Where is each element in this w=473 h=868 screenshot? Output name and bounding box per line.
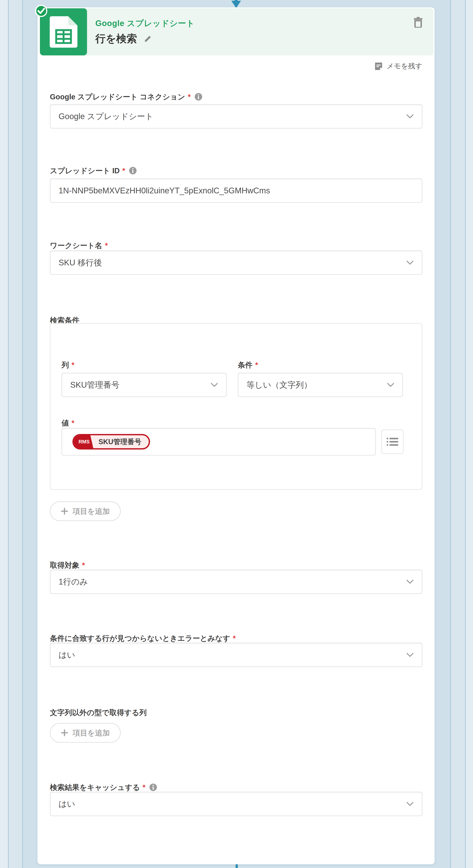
condition-column-value: SKU管理番号 <box>70 379 119 391</box>
variable-tag-label: SKU管理番号 <box>93 435 149 448</box>
error-if-not-found-label: 条件に合致する行が見つからないときエラーとみなす* <box>50 634 236 643</box>
worksheet-label: ワークシート名* <box>50 241 108 250</box>
required-mark: * <box>105 241 108 250</box>
info-icon[interactable] <box>195 93 203 101</box>
trash-icon <box>414 17 423 28</box>
memo-note-icon <box>374 62 383 70</box>
canvas-rail-left-mid <box>9 0 22 868</box>
condition-column-select[interactable]: SKU管理番号 <box>61 373 227 397</box>
variable-tag[interactable]: RMS SKU管理番号 <box>72 434 150 450</box>
add-non-string-column-label: 項目を追加 <box>72 728 110 738</box>
canvas-rail-left-border-2 <box>22 0 23 868</box>
step-card: Google スプレッドシート 行を検索 <box>37 7 435 864</box>
error-if-not-found-label-text: 条件に合致する行が見つからないときエラーとみなす <box>50 634 230 643</box>
error-if-not-found-select[interactable]: はい <box>50 643 422 667</box>
cache-label: 検索結果をキャッシュする* <box>50 783 157 792</box>
cache-label-text: 検索結果をキャッシュする <box>50 783 140 792</box>
add-non-string-column-button[interactable]: 項目を追加 <box>50 723 121 743</box>
condition-value-input[interactable]: RMS SKU管理番号 <box>61 428 376 456</box>
chevron-down-icon <box>211 383 218 387</box>
condition-value-label: 値* <box>61 418 75 427</box>
spreadsheet-id-label: スプレッドシート ID* <box>50 166 137 175</box>
search-conditions-group: 列* 条件* SKU管理番号 等しい（文字列） 値* <box>50 323 422 490</box>
spreadsheet-id-value: 1N-NNP5beMXVEzHH0li2uineYT_5pExnolC_5GMH… <box>59 186 270 195</box>
google-sheets-app-icon <box>40 8 87 55</box>
condition-value-label-text: 値 <box>61 418 69 427</box>
memo-label: メモを残す <box>387 61 422 71</box>
condition-operator-label-text: 条件 <box>238 361 253 369</box>
chevron-down-icon <box>387 383 394 387</box>
app-name: Google スプレッドシート <box>95 18 195 29</box>
delete-step-button[interactable] <box>413 16 423 28</box>
required-mark: * <box>188 92 191 101</box>
required-mark: * <box>82 561 85 569</box>
insert-variable-button[interactable] <box>381 430 404 454</box>
cache-select[interactable]: はい <box>50 792 422 816</box>
leave-memo-link[interactable]: メモを残す <box>374 61 422 71</box>
step-title: 行を検索 <box>95 32 137 46</box>
canvas-rail-left-outer <box>0 0 8 868</box>
connection-value: Google スプレッドシート <box>59 111 153 122</box>
info-icon[interactable] <box>129 166 137 175</box>
cache-value: はい <box>59 799 75 809</box>
connector-arrow-down-icon <box>231 1 241 8</box>
error-if-not-found-value: はい <box>59 650 75 660</box>
worksheet-select[interactable]: SKU 移行後 <box>50 250 422 275</box>
required-mark: * <box>233 634 236 643</box>
variable-tag-app: RMS <box>74 435 93 448</box>
plus-icon <box>61 729 68 737</box>
connection-label-text: Google スプレッドシート コネクション <box>50 92 185 101</box>
target-label-text: 取得対象 <box>50 561 80 569</box>
canvas-rail-right-outer <box>466 0 473 868</box>
spreadsheet-file-icon <box>50 16 78 48</box>
condition-operator-value: 等しい（文字列） <box>246 379 312 391</box>
non-string-columns-label-text: 文字列以外の型で取得する列 <box>50 708 147 717</box>
condition-operator-label: 条件* <box>238 361 258 369</box>
non-string-columns-label: 文字列以外の型で取得する列 <box>50 708 147 717</box>
connector-line-bottom <box>236 864 238 868</box>
target-label: 取得対象* <box>50 561 85 569</box>
target-select[interactable]: 1行のみ <box>50 569 422 594</box>
required-mark: * <box>122 166 125 175</box>
chevron-down-icon <box>406 114 414 119</box>
step-valid-check-badge <box>35 5 47 17</box>
condition-column-label-text: 列 <box>61 361 69 369</box>
spreadsheet-id-label-text: スプレッドシート ID <box>50 166 120 175</box>
required-mark: * <box>71 361 75 369</box>
add-condition-button[interactable]: 項目を追加 <box>50 501 121 521</box>
connection-label: Google スプレッドシート コネクション* <box>50 92 203 101</box>
chevron-down-icon <box>406 260 414 265</box>
target-value: 1行のみ <box>59 577 88 587</box>
worksheet-label-text: ワークシート名 <box>50 241 102 250</box>
step-header: Google スプレッドシート 行を検索 <box>40 8 434 55</box>
required-mark: * <box>71 418 75 427</box>
connection-select[interactable]: Google スプレッドシート <box>50 104 422 128</box>
chevron-down-icon <box>406 580 414 584</box>
required-mark: * <box>143 783 146 792</box>
canvas-rail-right-mid <box>451 0 465 868</box>
required-mark: * <box>255 361 258 369</box>
add-condition-label: 項目を追加 <box>72 506 110 516</box>
chevron-down-icon <box>406 653 414 657</box>
condition-operator-select[interactable]: 等しい（文字列） <box>238 373 403 397</box>
condition-column-label: 列* <box>61 361 75 369</box>
spreadsheet-id-input[interactable]: 1N-NNP5beMXVEzHH0li2uineYT_5pExnolC_5GMH… <box>50 178 422 203</box>
check-icon <box>37 8 45 14</box>
edit-pencil-icon[interactable] <box>144 34 152 43</box>
plus-icon <box>61 507 68 515</box>
worksheet-value: SKU 移行後 <box>59 257 102 268</box>
info-icon[interactable] <box>149 783 157 792</box>
chevron-down-icon <box>406 802 414 806</box>
list-icon <box>387 437 398 446</box>
